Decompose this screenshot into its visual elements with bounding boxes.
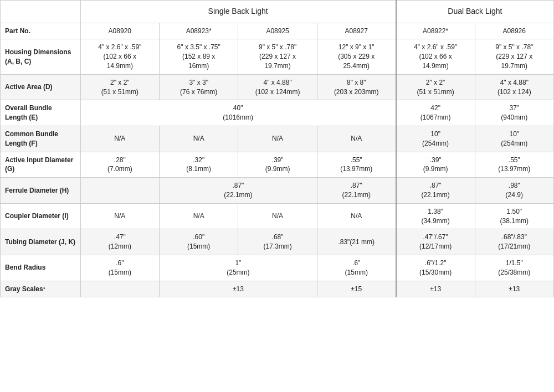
table-row: Ferrule Diameter (H).87" (22.1mm).87" (2… — [1, 178, 554, 204]
cell-housing-0: 4" x 2.6" x .59" (102 x 66 x 14.9mm) — [80, 39, 159, 74]
table-row: Coupler Diameter (I)N/AN/AN/AN/A1.38" (3… — [1, 203, 554, 229]
cell-bend-radius-5: 1/1.5" (25/38mm) — [475, 255, 553, 281]
cell-bend-radius-3: .6" (15mm) — [317, 255, 396, 281]
cell-active-area-0: 2" x 2" (51 x 51mm) — [80, 74, 159, 100]
part-number-label: Part No. — [1, 23, 81, 39]
cell-active-area-5: 4" x 4.88" (102 x 124) — [475, 74, 553, 100]
table-row: Housing Dimensions (A, B, C)4" x 2.6" x … — [1, 39, 554, 74]
row-label-tubing: Tubing Diameter (J, K) — [1, 229, 81, 255]
single-back-light-header: Single Back Light — [80, 1, 396, 23]
cell-active-input-2: .39" (9.9mm) — [238, 152, 317, 178]
cell-coupler-0: N/A — [80, 203, 159, 229]
cell-ferrule-3: .87" (22.1mm) — [317, 178, 396, 204]
table-row: Gray Scales¹±13±15±13±13 — [1, 281, 554, 297]
table-row: Tubing Diameter (J, K).47" (12mm).60" (1… — [1, 229, 554, 255]
description-header — [1, 1, 81, 23]
cell-housing-1: 6" x 3.5" x .75" (152 x 89 x 16mm) — [160, 39, 238, 74]
specs-table: Single Back Light Dual Back Light Part N… — [0, 0, 554, 297]
cell-coupler-1: N/A — [160, 203, 238, 229]
cell-active-input-3: .55" (13.97mm) — [317, 152, 396, 178]
cell-tubing-3: .83"(21 mm) — [317, 229, 396, 255]
cell-coupler-4: 1.38" (34.9mm) — [396, 203, 475, 229]
table-row: Active Input Diameter (G).28" (7.0mm).32… — [1, 152, 554, 178]
cell-coupler-5: 1.50" (38.1mm) — [475, 203, 553, 229]
row-label-ferrule: Ferrule Diameter (H) — [1, 178, 81, 204]
cell-active-area-2: 4" x 4.88" (102 x 124mm) — [238, 74, 317, 100]
row-label-common-bundle: Common Bundle Length (F) — [1, 126, 81, 152]
cell-housing-5: 9" x 5" x .78" (229 x 127 x 19.7mm) — [475, 39, 553, 74]
cell-active-area-1: 3" x 3" (76 x 76mm) — [160, 74, 238, 100]
part-a08920: A08920 — [80, 23, 159, 39]
cell-ferrule-4: .87" (22.1mm) — [396, 178, 475, 204]
cell-gray-scales-5: ±13 — [475, 281, 553, 297]
cell-active-area-3: 8" x 8" (203 x 203mm) — [317, 74, 396, 100]
cell-common-bundle-3: N/A — [317, 126, 396, 152]
part-a08922: A08922* — [396, 23, 475, 39]
cell-active-input-4: .39" (9.9mm) — [396, 152, 475, 178]
cell-overall-bundle-0: 40" (1016mm) — [80, 100, 396, 126]
cell-active-input-1: .32" (8.1mm) — [160, 152, 238, 178]
table-row: Active Area (D)2" x 2" (51 x 51mm)3" x 3… — [1, 74, 554, 100]
part-a08925: A08925 — [238, 23, 317, 39]
part-number-row: Part No. A08920 A08923* A08925 A08927 A0… — [1, 23, 554, 39]
row-label-overall-bundle: Overall Bundle Length (E) — [1, 100, 81, 126]
row-label-coupler: Coupler Diameter (I) — [1, 203, 81, 229]
cell-bend-radius-1: 1" (25mm) — [160, 255, 317, 281]
cell-active-input-5: .55" (13.97mm) — [475, 152, 553, 178]
cell-gray-scales-0 — [80, 281, 159, 297]
cell-housing-3: 12" x 9" x 1" (305 x 229 x 25.4mm) — [317, 39, 396, 74]
cell-common-bundle-0: N/A — [80, 126, 159, 152]
part-a08927: A08927 — [317, 23, 396, 39]
row-label-gray-scales: Gray Scales¹ — [1, 281, 81, 297]
part-a08926: A08926 — [475, 23, 553, 39]
cell-overall-bundle-5: 37" (940mm) — [475, 100, 553, 126]
cell-gray-scales-3: ±15 — [317, 281, 396, 297]
cell-active-area-4: 2" x 2" (51 x 51mm) — [396, 74, 475, 100]
cell-gray-scales-4: ±13 — [396, 281, 475, 297]
cell-common-bundle-4: 10" (254mm) — [396, 126, 475, 152]
cell-gray-scales-1: ±13 — [160, 281, 317, 297]
cell-ferrule-0 — [80, 178, 159, 204]
cell-bend-radius-0: .6" (15mm) — [80, 255, 159, 281]
row-label-active-input: Active Input Diameter (G) — [1, 152, 81, 178]
cell-tubing-5: .68"/.83" (17/21mm) — [475, 229, 553, 255]
table-row: Bend Radius.6" (15mm)1" (25mm).6" (15mm)… — [1, 255, 554, 281]
cell-active-input-0: .28" (7.0mm) — [80, 152, 159, 178]
table-row: Overall Bundle Length (E)40" (1016mm)42"… — [1, 100, 554, 126]
cell-housing-2: 9" x 5" x .78" (229 x 127 x 19.7mm) — [238, 39, 317, 74]
cell-coupler-2: N/A — [238, 203, 317, 229]
group-header-row: Single Back Light Dual Back Light — [1, 1, 554, 23]
cell-tubing-0: .47" (12mm) — [80, 229, 159, 255]
cell-housing-4: 4" x 2.6" x .59" (102 x 66 x 14.9mm) — [396, 39, 475, 74]
row-label-housing: Housing Dimensions (A, B, C) — [1, 39, 81, 74]
cell-tubing-1: .60" (15mm) — [160, 229, 238, 255]
cell-coupler-3: N/A — [317, 203, 396, 229]
cell-overall-bundle-4: 42" (1067mm) — [396, 100, 475, 126]
cell-common-bundle-5: 10" (254mm) — [475, 126, 553, 152]
cell-tubing-2: .68" (17.3mm) — [238, 229, 317, 255]
row-label-bend-radius: Bend Radius — [1, 255, 81, 281]
cell-bend-radius-4: .6"/1.2" (15/30mm) — [396, 255, 475, 281]
cell-common-bundle-1: N/A — [160, 126, 238, 152]
cell-common-bundle-2: N/A — [238, 126, 317, 152]
part-a08923: A08923* — [160, 23, 238, 39]
row-label-active-area: Active Area (D) — [1, 74, 81, 100]
dual-back-light-header: Dual Back Light — [396, 1, 554, 23]
table-row: Common Bundle Length (F)N/AN/AN/AN/A10" … — [1, 126, 554, 152]
cell-ferrule-5: .98" (24.9) — [475, 178, 553, 204]
cell-ferrule-1: .87" (22.1mm) — [160, 178, 317, 204]
cell-tubing-4: .47"/.67" (12/17mm) — [396, 229, 475, 255]
